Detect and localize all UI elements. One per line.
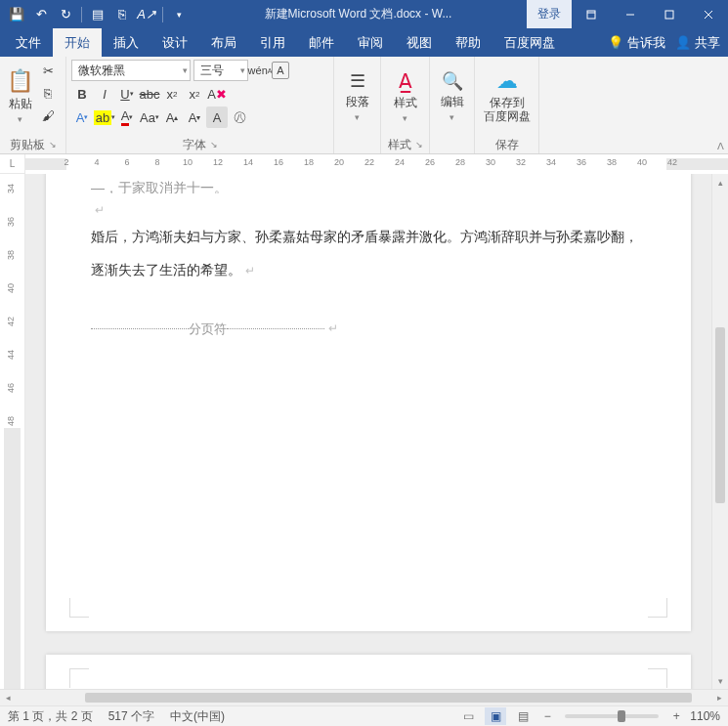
subscript-icon[interactable]: x2 [161,83,183,105]
scroll-down-icon[interactable]: ▾ [712,672,728,689]
zoom-slider[interactable] [565,714,659,718]
body-paragraph-1[interactable]: 婚后，方鸿渐夫妇与方家、孙柔嘉姑母家的矛盾暴露并激化。方鸿渐辞职并与孙柔嘉吵翻， [91,221,646,254]
text-effects-icon[interactable]: A▾ [71,107,93,128]
tab-references[interactable]: 引用 [248,28,297,57]
font-color-icon[interactable]: A▾ [116,107,138,128]
bold-icon[interactable]: B [71,83,93,105]
strikethrough-icon[interactable]: abc [139,83,160,105]
save-group-label: 保存 [495,137,519,153]
italic-icon[interactable]: I [94,83,115,105]
tab-selector[interactable]: L [0,154,25,174]
tab-insert[interactable]: 插入 [102,28,150,57]
clipboard-dialog-icon[interactable]: ↘ [49,140,57,149]
copy-icon[interactable]: ⎘ [37,82,59,104]
redo-icon[interactable]: ↻ [55,4,76,25]
tab-design[interactable]: 设计 [150,28,199,57]
web-layout-icon[interactable]: ▤ [512,707,534,725]
qat-icon-1[interactable]: ▤ [87,4,108,25]
tab-baidu[interactable]: 百度网盘 [492,28,567,57]
tab-review[interactable]: 审阅 [346,28,395,57]
print-layout-icon[interactable]: ▣ [485,707,506,725]
paragraph-button[interactable]: ☰ 段落 ▾ [339,60,375,132]
phonetic-guide-icon[interactable]: wénA [249,60,271,81]
page-break-label: 分页符 [189,314,227,344]
tell-me-label: 告诉我 [627,34,665,52]
scroll-up-icon[interactable]: ▴ [712,174,728,191]
scrollbar-thumb[interactable] [715,327,725,503]
tab-home[interactable]: 开始 [53,28,102,57]
page-break-marker[interactable]: 分页符 ↵ [91,314,646,344]
change-case-icon[interactable]: Aa▾ [139,107,160,128]
styles-group-label: 样式 [388,137,411,153]
format-painter-icon[interactable]: 🖌 [37,105,59,126]
svg-rect-0 [587,11,595,19]
scrollbar-thumb[interactable] [85,693,692,703]
paragraph-mark-icon: ↵ [245,264,255,278]
body-paragraph-2[interactable]: 逐渐失去了生活的希望。↵ [91,254,646,287]
editing-button[interactable]: 🔍 编辑 ▾ [435,60,469,132]
page-1: —，于家取消并十一。 ↵ 婚后，方鸿渐夫妇与方家、孙柔嘉姑母家的矛盾暴露并激化。… [46,174,691,631]
vertical-scrollbar[interactable]: ▴ ▾ [711,174,728,689]
minimize-icon[interactable] [611,0,650,28]
share-button[interactable]: 👤共享 [675,34,720,52]
horizontal-ruler[interactable]: 24681012141618202224262830323436384042 [25,154,728,174]
char-border-icon[interactable]: A [272,62,289,79]
char-shading-icon[interactable]: A [206,107,228,128]
zoom-slider-thumb[interactable] [618,710,625,722]
maximize-icon[interactable] [650,0,689,28]
chevron-down-icon: ▾ [18,114,22,124]
chevron-down-icon: ▾ [450,112,454,122]
cut-icon[interactable]: ✂ [37,60,59,81]
lightbulb-icon: 💡 [608,35,623,50]
zoom-in-button[interactable]: + [668,708,684,724]
save-to-baidu-button[interactable]: ☁ 保存到 百度网盘 [480,60,534,132]
paragraph-icon: ☰ [350,70,365,92]
scroll-left-icon[interactable]: ◂ [0,690,17,705]
qat-icon-3[interactable]: A↗ [136,4,157,25]
zoom-level[interactable]: 110% [690,709,720,723]
tab-file[interactable]: 文件 [4,28,53,57]
underline-icon[interactable]: U▾ [116,83,138,105]
scroll-right-icon[interactable]: ▸ [711,690,728,705]
zoom-out-button[interactable]: − [539,708,555,724]
read-mode-icon[interactable]: ▭ [457,707,479,725]
horizontal-scrollbar[interactable]: ◂ ▸ [0,689,728,705]
font-name-select[interactable]: 微软雅黑▾ [71,60,191,81]
tab-layout[interactable]: 布局 [199,28,248,57]
language-status[interactable]: 中文(中国) [170,708,225,725]
qat-more-icon[interactable]: ▾ [168,4,190,25]
crop-mark [648,598,667,618]
document-area[interactable]: —，于家取消并十一。 ↵ 婚后，方鸿渐夫妇与方家、孙柔嘉姑母家的矛盾暴露并激化。… [25,174,711,689]
tab-view[interactable]: 视图 [395,28,444,57]
save-icon[interactable]: 💾 [6,4,27,25]
page-count[interactable]: 第 1 页，共 2 页 [8,708,93,725]
login-button[interactable]: 登录 [527,0,572,28]
font-name-value: 微软雅黑 [78,63,125,79]
enclose-char-icon[interactable]: ㊇ [229,107,250,128]
qat-separator [162,7,163,22]
window-title: 新建Microsoft Word 文档.docx - W... [190,6,527,22]
qat-icon-2[interactable]: ⎘ [111,4,133,25]
paragraph-mark-icon: ↵ [328,315,338,343]
close-icon[interactable] [689,0,728,28]
tab-mailings[interactable]: 邮件 [297,28,346,57]
vertical-ruler[interactable]: 3436384042444648 [0,174,25,689]
superscript-icon[interactable]: x2 [184,83,205,105]
clear-format-icon[interactable]: A✖ [206,83,228,105]
grow-font-icon[interactable]: A▴ [161,107,183,128]
tell-me-button[interactable]: 💡告诉我 [608,34,665,52]
undo-icon[interactable]: ↶ [30,4,52,25]
styles-button[interactable]: A̲ 样式 ▾ [386,60,424,132]
styles-dialog-icon[interactable]: ↘ [415,140,423,149]
paste-label: 粘贴 [9,96,32,112]
highlight-icon[interactable]: ab▾ [94,107,115,128]
paste-button[interactable]: 📋 粘贴 ▾ [5,60,35,132]
font-dialog-icon[interactable]: ↘ [210,140,218,149]
styles-label: 样式 [394,95,417,111]
tab-help[interactable]: 帮助 [444,28,492,57]
shrink-font-icon[interactable]: A▾ [184,107,205,128]
word-count[interactable]: 517 个字 [108,708,154,725]
font-size-select[interactable]: 三号▾ [193,60,248,81]
collapse-ribbon-icon[interactable]: ᐱ [717,141,724,151]
ribbon-display-icon[interactable] [572,0,611,28]
